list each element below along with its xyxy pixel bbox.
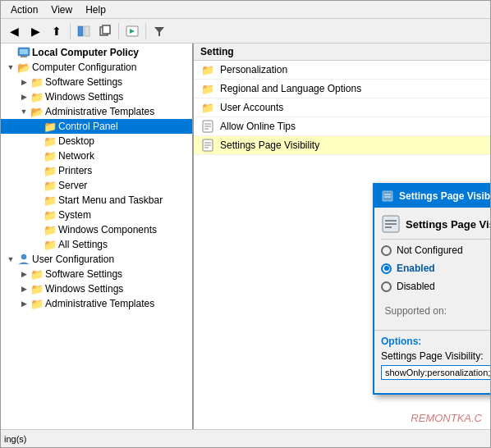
tree-item-windows-settings-2[interactable]: ▶ 📁 Windows Settings bbox=[1, 281, 192, 296]
status-text: ing(s) bbox=[4, 434, 27, 444]
radio-circle-enabled bbox=[381, 263, 392, 274]
radio-enabled[interactable]: Enabled bbox=[381, 263, 490, 274]
page-icon-settings-page-visibility bbox=[200, 138, 215, 153]
tree-item-server[interactable]: 📁 Server bbox=[1, 178, 192, 193]
content-area: Local Computer Policy ▼ 📂 Computer Confi… bbox=[1, 43, 490, 429]
radio-label-enabled: Enabled bbox=[397, 263, 435, 274]
toolbar-forward[interactable]: ▶ bbox=[25, 21, 45, 41]
settings-row-user-accounts[interactable]: 📁 User Accounts bbox=[194, 98, 490, 117]
settings-row-regional[interactable]: 📁 Regional and Language Options bbox=[194, 80, 490, 98]
label-windows-components: Windows Components bbox=[58, 224, 157, 235]
modal-dialog[interactable]: Settings Page Visibility ✕ bbox=[373, 183, 490, 395]
folder-icon-windows-2: 📁 bbox=[30, 282, 44, 295]
tree-item-printers[interactable]: 📁 Printers bbox=[1, 163, 192, 178]
label-network: Network bbox=[58, 150, 94, 162]
options-field-label: Settings Page Visibility: bbox=[381, 350, 490, 362]
svg-rect-9 bbox=[21, 56, 27, 57]
right-pane: Setting 📁 Personalization 📁 Regional and… bbox=[194, 43, 490, 429]
label-user-config: User Configuration bbox=[32, 254, 114, 265]
tree-item-desktop[interactable]: 📁 Desktop bbox=[1, 134, 192, 149]
modal-setting-icon bbox=[381, 214, 401, 234]
label-regional: Regional and Language Options bbox=[220, 83, 361, 94]
folder-icon-user-config bbox=[17, 253, 30, 266]
toolbar-sep-2 bbox=[118, 23, 119, 39]
radio-disabled[interactable]: Disabled bbox=[381, 281, 490, 292]
menu-action[interactable]: Action bbox=[4, 2, 44, 17]
modal-body: Settings Page Visibility Not Configured bbox=[374, 208, 490, 330]
label-desktop: Desktop bbox=[58, 135, 94, 147]
modal-title: Settings Page Visibility bbox=[399, 190, 490, 202]
tree-item-software-settings-1[interactable]: ▶ 📁 Software Settings bbox=[1, 75, 192, 89]
tree-item-software-settings-2[interactable]: ▶ 📁 Software Settings bbox=[1, 267, 192, 281]
status-bar: ing(s) bbox=[1, 429, 490, 447]
toggle-server bbox=[30, 179, 44, 192]
folder-icon-software-1: 📁 bbox=[30, 75, 44, 89]
tree-item-start-menu[interactable]: 📁 Start Menu and Taskbar bbox=[1, 193, 192, 208]
toggle-windows-settings-1[interactable]: ▶ bbox=[17, 90, 30, 103]
label-software-settings-1: Software Settings bbox=[45, 76, 122, 88]
tree-item-system[interactable]: 📁 System bbox=[1, 208, 192, 222]
modal-bottom: Options: Settings Page Visibility: Help:… bbox=[374, 330, 490, 393]
settings-row-personalization[interactable]: 📁 Personalization bbox=[194, 61, 490, 80]
supported-row: Supported on: bbox=[381, 305, 490, 317]
svg-rect-3 bbox=[103, 25, 110, 34]
page-icon-allow-online-tips bbox=[200, 119, 215, 134]
options-input-field[interactable] bbox=[381, 365, 490, 380]
menu-view[interactable]: View bbox=[44, 2, 79, 17]
toolbar-sep-1 bbox=[70, 23, 71, 39]
modal-sections: Not Configured Enabled Disabled bbox=[381, 245, 490, 323]
toolbar-back[interactable]: ◀ bbox=[4, 21, 24, 41]
radio-label-not-configured: Not Configured bbox=[397, 245, 463, 256]
toolbar-new-window[interactable] bbox=[95, 21, 115, 41]
label-windows-settings-2: Windows Settings bbox=[45, 283, 123, 295]
computer-icon bbox=[17, 46, 30, 59]
settings-row-allow-online-tips[interactable]: Allow Online Tips bbox=[194, 117, 490, 136]
toggle-user-config[interactable]: ▼ bbox=[4, 253, 17, 266]
tree-item-windows-settings-1[interactable]: ▶ 📁 Windows Settings bbox=[1, 89, 192, 104]
tree-item-control-panel[interactable]: 📁 Control Panel bbox=[1, 119, 192, 134]
svg-rect-0 bbox=[78, 26, 83, 36]
svg-marker-6 bbox=[154, 27, 164, 36]
folder-icon-computer-config: 📂 bbox=[17, 61, 30, 74]
radio-not-configured[interactable]: Not Configured bbox=[381, 245, 490, 256]
label-all-settings: All Settings bbox=[58, 239, 108, 250]
folder-icon-windows-1: 📁 bbox=[30, 90, 44, 103]
menu-help[interactable]: Help bbox=[79, 2, 112, 17]
toggle-admin-templates-2[interactable]: ▶ bbox=[17, 297, 30, 310]
toolbar-up[interactable]: ⬆ bbox=[47, 21, 67, 41]
toolbar-show-hide[interactable] bbox=[74, 21, 94, 41]
toolbar-filter[interactable] bbox=[149, 21, 169, 41]
toolbar: ◀ ▶ ⬆ bbox=[1, 19, 490, 43]
radio-circle-disabled bbox=[381, 281, 392, 292]
folder-icon-regional: 📁 bbox=[200, 81, 215, 96]
modal-setting-title: Settings Page Visibility bbox=[406, 218, 490, 231]
toggle-network bbox=[30, 149, 44, 162]
toggle-admin-templates-1[interactable]: ▼ bbox=[17, 105, 30, 118]
toggle-windows-settings-2[interactable]: ▶ bbox=[17, 282, 30, 295]
tree-item-computer-config[interactable]: ▼ 📂 Computer Configuration bbox=[1, 60, 192, 75]
tree-item-user-config[interactable]: ▼ User Configuration bbox=[1, 252, 192, 267]
radio-label-disabled: Disabled bbox=[397, 281, 435, 292]
toggle-start-menu bbox=[30, 194, 44, 207]
toggle-software-settings-2[interactable]: ▶ bbox=[17, 267, 30, 281]
modal-left-panel: Not Configured Enabled Disabled bbox=[381, 245, 490, 323]
svg-rect-19 bbox=[383, 191, 392, 201]
tree-item-windows-components[interactable]: 📁 Windows Components bbox=[1, 222, 192, 237]
toggle-computer-config[interactable]: ▼ bbox=[4, 61, 17, 74]
tree-item-admin-templates-2[interactable]: ▶ 📁 Administrative Templates bbox=[1, 296, 192, 311]
toggle-software-settings-1[interactable]: ▶ bbox=[17, 75, 30, 89]
toggle-printers bbox=[30, 164, 44, 177]
main-window: Action View Help ◀ ▶ ⬆ bbox=[0, 0, 491, 448]
svg-point-10 bbox=[21, 254, 26, 259]
svg-rect-8 bbox=[20, 49, 28, 54]
tree-item-all-settings[interactable]: 📁 All Settings bbox=[1, 237, 192, 252]
folder-icon-server: 📁 bbox=[44, 179, 57, 192]
tree-item-admin-templates-1[interactable]: ▼ 📂 Administrative Templates bbox=[1, 104, 192, 119]
modal-titlebar: Settings Page Visibility ✕ bbox=[374, 185, 490, 208]
folder-icon-all-settings: 📁 bbox=[44, 238, 57, 251]
tree-item-network[interactable]: 📁 Network bbox=[1, 149, 192, 163]
tree-pane[interactable]: Local Computer Policy ▼ 📂 Computer Confi… bbox=[1, 43, 194, 429]
toolbar-run-script[interactable] bbox=[122, 21, 142, 41]
options-section: Options: Settings Page Visibility: bbox=[381, 336, 490, 388]
settings-row-settings-page-visibility[interactable]: Settings Page Visibility bbox=[194, 136, 490, 155]
